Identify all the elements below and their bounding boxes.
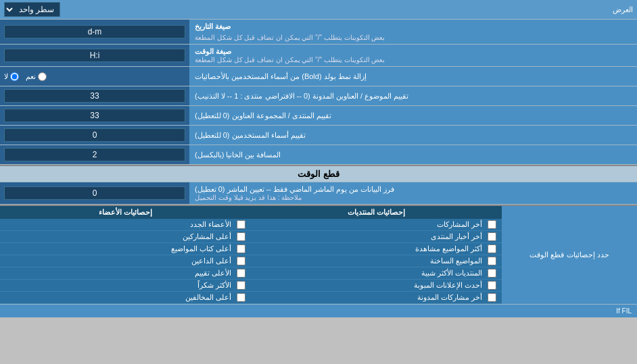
forum-sort-label: تقييم المنتدى / المجموعة العناوين (0 للت…: [189, 106, 637, 125]
bottom-note-bar: If FIL: [0, 304, 637, 317]
users-sort-input[interactable]: [4, 128, 185, 142]
topic-sort-label: تقييم الموضوع / العناوين المدونة (0 -- ا…: [189, 86, 637, 105]
checkbox-member-2[interactable]: [237, 244, 245, 253]
label-member-1: أعلى المشاركين: [183, 232, 231, 241]
label-post-0: أخر المشاركات: [437, 220, 482, 229]
stats-member-item-6: أعلى المخالفين: [0, 292, 251, 304]
stats-post-item-0: أخر المشاركات: [251, 219, 502, 231]
label-post-6: أخر مشاركات المدونة: [417, 293, 482, 302]
cutoff-input-container: [0, 182, 189, 204]
date-format-label: صيغة التاريخ بعض التكوينات يتطلب "/" الت…: [189, 20, 637, 44]
stats-post-item-1: أخر أخبار المنتدى: [251, 231, 502, 243]
bold-remove-radio-container: نعم لا: [0, 67, 189, 86]
checkbox-member-0[interactable]: [237, 220, 245, 229]
stats-posts-col: إحصائيات المنتديات أخر المشاركات أخر أخب…: [251, 206, 502, 304]
radio-yes[interactable]: [38, 72, 47, 81]
time-format-label: صيغة الوقت بعض التكوينات يتطلب "/" التي …: [189, 45, 637, 66]
time-format-input[interactable]: [4, 49, 185, 62]
checkbox-member-4[interactable]: [237, 269, 245, 278]
radio-yes-label[interactable]: نعم: [26, 72, 47, 81]
stats-post-item-5: أحدث الإعلانات المبوبة: [251, 280, 502, 292]
checkbox-post-0[interactable]: [488, 220, 496, 229]
gap-input-container: [0, 145, 189, 164]
topic-sort-row: تقييم الموضوع / العناوين المدونة (0 -- ا…: [0, 86, 637, 106]
checkbox-member-5[interactable]: [237, 281, 245, 290]
cutoff-input[interactable]: [4, 186, 185, 200]
cutoff-note: ملاحظة : هذا قد يزيد قيلا وقت التحميل: [195, 194, 302, 201]
stats-post-item-3: المواضيع الساخنة: [251, 255, 502, 267]
cutoff-label: فرز البيانات من يوم الماشر الماضي فقط --…: [189, 182, 637, 204]
label-member-3: أعلى الداعين: [191, 257, 231, 265]
bold-remove-row: إزالة نمط بولد (Bold) من أسماء المستخدمي…: [0, 67, 637, 86]
label-post-1: أخر أخبار المنتدى: [431, 232, 482, 241]
stats-container: حدد إحصائيات قطع الوقت إحصائيات المنتديا…: [0, 205, 637, 304]
label-post-4: المنتديات الأكثر شبية: [421, 269, 482, 278]
stats-member-item-4: الأعلى تقييم: [0, 267, 251, 280]
stats-post-item-4: المنتديات الأكثر شبية: [251, 267, 502, 280]
cutoff-section-header: قطع الوقت: [0, 165, 637, 182]
stats-member-item-5: الأكثر شكراً: [0, 280, 251, 292]
stats-post-item-2: أكثر المواضيع مشاهدة: [251, 243, 502, 255]
time-format-input-container: [0, 45, 189, 66]
label-post-5: أحدث الإعلانات المبوبة: [414, 281, 482, 290]
forum-sort-input[interactable]: [4, 109, 185, 122]
stats-post-item-6: أخر مشاركات المدونة: [251, 292, 502, 304]
cutoff-row: فرز البيانات من يوم الماشر الماضي فقط --…: [0, 182, 637, 205]
date-format-row: صيغة التاريخ بعض التكوينات يتطلب "/" الت…: [0, 20, 637, 45]
stats-member-item-0: الأعضاء الجدد: [0, 219, 251, 231]
forum-sort-row: تقييم المنتدى / المجموعة العناوين (0 للت…: [0, 106, 637, 126]
label-member-0: الأعضاء الجدد: [190, 220, 231, 229]
gap-label: المسافة بين الخانيا (بالبكسل): [189, 145, 637, 164]
stats-members-col: إحصائيات الأعضاء الأعضاء الجدد أعلى المش…: [0, 206, 251, 304]
stats-posts-header: إحصائيات المنتديات: [251, 206, 502, 219]
checkbox-post-4[interactable]: [488, 269, 496, 278]
time-format-row: صيغة الوقت بعض التكوينات يتطلب "/" التي …: [0, 45, 637, 67]
radio-no-label[interactable]: لا: [4, 72, 19, 81]
users-sort-input-container: [0, 126, 189, 145]
date-format-input[interactable]: [4, 25, 185, 38]
label-member-5: الأكثر شكراً: [197, 281, 231, 290]
display-select[interactable]: سطر واحدسطرانثلاثة أسطر: [4, 2, 60, 17]
stats-member-item-3: أعلى الداعين: [0, 255, 251, 267]
gap-row: المسافة بين الخانيا (بالبكسل): [0, 145, 637, 165]
date-format-input-container: [0, 20, 189, 44]
stats-member-item-1: أعلى المشاركين: [0, 231, 251, 243]
gap-input[interactable]: [4, 148, 185, 161]
stats-apply-label: حدد إحصائيات قطع الوقت: [502, 206, 637, 304]
users-sort-label: تقييم أسماء المستخدمين (0 للتعطيل): [189, 126, 637, 145]
stats-members-header: إحصائيات الأعضاء: [0, 206, 251, 219]
topic-sort-input[interactable]: [4, 89, 185, 103]
forum-sort-input-container: [0, 106, 189, 125]
stats-member-item-2: أعلى كتاب المواضيع: [0, 243, 251, 255]
label-member-6: أعلى المخالفين: [185, 293, 231, 302]
bold-remove-label: إزالة نمط بولد (Bold) من أسماء المستخدمي…: [189, 67, 637, 86]
checkbox-post-2[interactable]: [488, 244, 496, 253]
bottom-note-text: If FIL: [616, 307, 632, 315]
label-member-2: أعلى كتاب المواضيع: [171, 244, 231, 253]
checkbox-post-6[interactable]: [488, 293, 496, 302]
users-sort-row: تقييم أسماء المستخدمين (0 للتعطيل): [0, 126, 637, 145]
checkbox-post-5[interactable]: [488, 281, 496, 290]
label-member-4: الأعلى تقييم: [195, 269, 231, 278]
checkbox-member-3[interactable]: [237, 257, 245, 265]
checkbox-post-3[interactable]: [488, 257, 496, 265]
checkbox-member-6[interactable]: [237, 293, 245, 302]
radio-no[interactable]: [10, 72, 19, 81]
main-container: العرض سطر واحدسطرانثلاثة أسطر صيغة التار…: [0, 0, 637, 317]
label-post-3: المواضيع الساخنة: [430, 257, 482, 265]
label-post-2: أكثر المواضيع مشاهدة: [415, 244, 482, 253]
topic-sort-input-container: [0, 86, 189, 105]
checkbox-member-1[interactable]: [237, 232, 245, 241]
top-label: العرض: [60, 5, 633, 14]
checkbox-post-1[interactable]: [488, 232, 496, 241]
top-row: العرض سطر واحدسطرانثلاثة أسطر: [0, 0, 637, 20]
